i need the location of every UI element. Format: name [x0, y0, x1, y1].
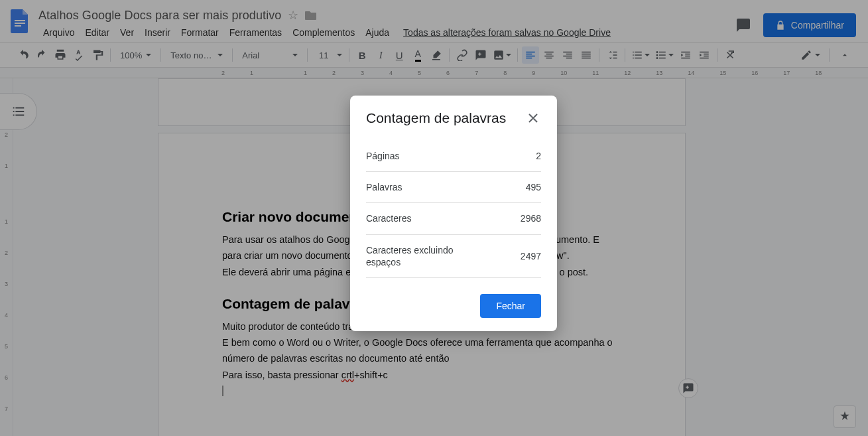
wc-row-words: Palavras 495 [366, 172, 541, 203]
wc-label: Páginas [366, 150, 400, 162]
wc-value: 2 [536, 151, 541, 161]
wc-row-pages: Páginas 2 [366, 141, 541, 172]
word-count-dialog: Contagem de palavras Páginas 2 Palavras … [350, 96, 557, 331]
dialog-title: Contagem de palavras [366, 110, 506, 126]
wc-value: 2497 [521, 251, 541, 261]
dialog-confirm-button[interactable]: Fechar [480, 294, 541, 318]
wc-label: Caracteres excluindo espaços [366, 244, 465, 268]
wc-row-chars-nospace: Caracteres excluindo espaços 2497 [366, 235, 541, 278]
wc-row-chars: Caracteres 2968 [366, 203, 541, 234]
close-icon [528, 113, 538, 123]
wc-label: Palavras [366, 181, 402, 193]
wc-label: Caracteres [366, 212, 411, 224]
wc-value: 495 [526, 182, 541, 192]
wc-value: 2968 [521, 213, 541, 224]
dialog-close-button[interactable] [525, 110, 541, 126]
